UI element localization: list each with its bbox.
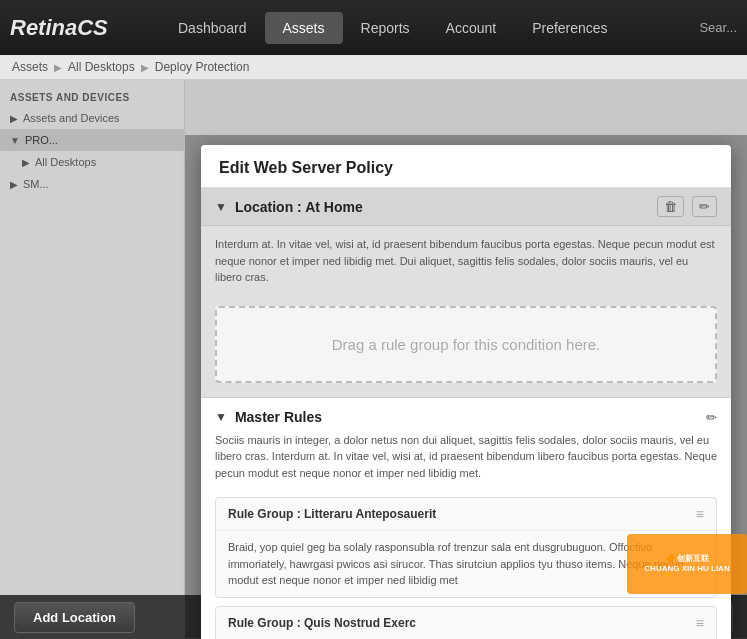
breadcrumb-sep1: ▶ xyxy=(54,62,62,73)
edit-master-rules-button[interactable]: ✏ xyxy=(706,410,717,425)
rule-group-2: Rule Group : Quis Nostrud Exerc ≡ Eget h… xyxy=(215,606,717,640)
breadcrumb: Assets ▶ All Desktops ▶ Deploy Protectio… xyxy=(0,55,747,80)
master-rules-section: ▼ Master Rules ✏ Sociis mauris in intege… xyxy=(201,398,731,640)
drag-handle-1[interactable]: ≡ xyxy=(696,506,704,522)
rule-group-2-title: Rule Group : Quis Nostrud Exerc xyxy=(228,616,696,630)
sidebar-item-3[interactable]: ▶ All Desktops xyxy=(0,151,184,173)
sidebar-arrow-1: ▶ xyxy=(10,113,18,124)
main-area: ASSETS AND DEVICES ▶ Assets and Devices … xyxy=(0,80,747,638)
sidebar-arrow-sm: ▶ xyxy=(10,179,18,190)
nav-item-dashboard[interactable]: Dashboard xyxy=(160,12,265,44)
sidebar-item-sm[interactable]: ▶ SM... xyxy=(0,173,184,195)
rule-group-1-header: Rule Group : Litteraru Anteposauerit ≡ xyxy=(216,498,716,531)
location-section: ▼ Location : At Home 🗑 ✏ Interdum at. In… xyxy=(201,188,731,398)
sidebar-label-sm: SM... xyxy=(23,178,49,190)
nav-links: Dashboard Assets Reports Account Prefere… xyxy=(160,12,699,44)
edit-location-button[interactable]: ✏ xyxy=(692,196,717,217)
sidebar-section-header: ASSETS AND DEVICES xyxy=(0,88,184,107)
sidebar-arrow-pro: ▼ xyxy=(10,135,20,146)
master-rules-title: Master Rules xyxy=(235,409,706,425)
breadcrumb-all-desktops[interactable]: All Desktops xyxy=(68,60,135,74)
top-nav: RetinaCS Dashboard Assets Reports Accoun… xyxy=(0,0,747,55)
rule-group-1-title: Rule Group : Litteraru Anteposauerit xyxy=(228,507,696,521)
breadcrumb-sep2: ▶ xyxy=(141,62,149,73)
location-triangle-icon: ▼ xyxy=(215,200,227,214)
sidebar-item-1[interactable]: ▶ Assets and Devices xyxy=(0,107,184,129)
search-area[interactable]: Sear... xyxy=(699,20,737,35)
location-description: Interdum at. In vitae vel, wisi at, id p… xyxy=(201,226,731,296)
sidebar-arrow-3: ▶ xyxy=(22,157,30,168)
nav-item-account[interactable]: Account xyxy=(428,12,515,44)
nav-item-assets[interactable]: Assets xyxy=(265,12,343,44)
nav-item-preferences[interactable]: Preferences xyxy=(514,12,625,44)
master-rules-header: ▼ Master Rules ✏ xyxy=(201,398,731,432)
location-header: ▼ Location : At Home 🗑 ✏ xyxy=(201,188,731,226)
nav-item-reports[interactable]: Reports xyxy=(343,12,428,44)
sidebar: ASSETS AND DEVICES ▶ Assets and Devices … xyxy=(0,80,185,638)
app-logo: RetinaCS xyxy=(10,15,130,41)
master-rules-description: Sociis mauris in integer, a dolor netus … xyxy=(201,432,731,492)
sidebar-label-pro: PRO... xyxy=(25,134,58,146)
master-rules-actions: ✏ xyxy=(706,408,717,426)
sidebar-label-1: Assets and Devices xyxy=(23,112,120,124)
location-title: Location : At Home xyxy=(235,199,657,215)
dialog-title: Edit Web Server Policy xyxy=(201,145,731,188)
delete-location-button[interactable]: 🗑 xyxy=(657,196,684,217)
drop-zone[interactable]: Drag a rule group for this condition her… xyxy=(215,306,717,383)
master-triangle-icon: ▼ xyxy=(215,410,227,424)
sidebar-label-3: All Desktops xyxy=(35,156,96,168)
sidebar-item-pro[interactable]: ▼ PRO... xyxy=(0,129,184,151)
add-location-button[interactable]: Add Location xyxy=(14,602,135,633)
drag-handle-2[interactable]: ≡ xyxy=(696,615,704,631)
breadcrumb-assets[interactable]: Assets xyxy=(12,60,48,74)
location-actions: 🗑 ✏ xyxy=(657,196,717,217)
rule-group-2-header: Rule Group : Quis Nostrud Exerc ≡ xyxy=(216,607,716,640)
breadcrumb-deploy-protection: Deploy Protection xyxy=(155,60,250,74)
watermark: 🔶 创新互联CHUANG XIN HU LIAN xyxy=(627,534,747,594)
